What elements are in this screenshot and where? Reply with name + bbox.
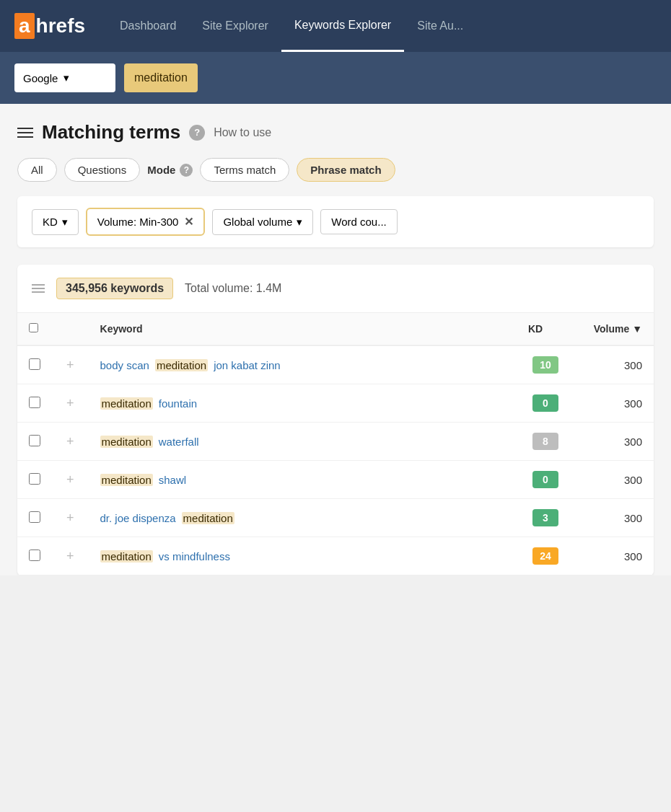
results-table-section: 345,956 keywords Total volume: 1.4M Keyw…	[17, 265, 654, 575]
volume-cell: 300	[574, 345, 654, 384]
volume-cell: 300	[574, 423, 654, 461]
table-row: +meditation waterfall8300	[17, 423, 654, 461]
tab-all[interactable]: All	[17, 158, 57, 182]
hamburger-icon[interactable]	[17, 128, 33, 138]
row-checkbox[interactable]	[29, 550, 40, 561]
logo: a hrefs	[14, 13, 85, 39]
keyword-cell: dr. joe dispenza meditation	[89, 499, 517, 537]
kd-column-header: KD	[517, 313, 574, 345]
add-button-cell: +	[52, 499, 89, 537]
keywords-count-badge: 345,956 keywords	[56, 278, 173, 299]
help-icon[interactable]: ?	[189, 125, 205, 141]
keywords-table: Keyword KD Volume ▼ +body scan meditatio…	[17, 313, 654, 575]
add-keyword-button[interactable]: +	[63, 511, 77, 526]
add-keyword-button[interactable]: +	[63, 434, 77, 449]
select-all-checkbox[interactable]	[29, 323, 38, 332]
kd-badge: 3	[532, 509, 558, 526]
keyword-highlight: meditation	[100, 436, 153, 448]
keyword-cell: meditation fountain	[89, 384, 517, 423]
how-to-use-link[interactable]: How to use	[214, 126, 271, 139]
keyword-link[interactable]: jon kabat zinn	[214, 359, 281, 371]
add-button-cell: +	[52, 423, 89, 461]
add-button-cell: +	[52, 461, 89, 499]
search-bar: Google ▾ meditation	[0, 52, 671, 104]
tab-questions[interactable]: Questions	[64, 158, 141, 182]
word-count-filter[interactable]: Word cou...	[320, 209, 397, 234]
keyword-highlight: meditation	[100, 397, 153, 410]
keyword-cell: meditation waterfall	[89, 423, 517, 461]
add-keyword-button[interactable]: +	[63, 472, 77, 487]
page-content: Matching terms ? How to use All Question…	[0, 104, 671, 575]
row-checkbox-cell	[17, 461, 52, 499]
keyword-highlight: meditation	[155, 359, 208, 371]
keyword-highlight: meditation	[100, 474, 153, 486]
add-keyword-button[interactable]: +	[63, 549, 77, 564]
row-checkbox[interactable]	[29, 473, 40, 485]
volume-filter[interactable]: Volume: Min-300 ✕	[86, 208, 206, 236]
chevron-down-icon: ▾	[63, 71, 69, 84]
volume-cell: 300	[574, 384, 654, 423]
add-keyword-button[interactable]: +	[63, 358, 77, 373]
row-checkbox-cell	[17, 537, 52, 575]
add-keyword-button[interactable]: +	[63, 396, 77, 411]
tab-phrase-match[interactable]: Phrase match	[297, 158, 395, 182]
keyword-link[interactable]: waterfall	[159, 436, 199, 448]
kd-cell: 24	[517, 537, 574, 575]
nav-site-explorer[interactable]: Site Explorer	[189, 0, 281, 52]
volume-cell: 300	[574, 499, 654, 537]
engine-label: Google	[23, 72, 58, 84]
nav-keywords-explorer[interactable]: Keywords Explorer	[281, 0, 404, 52]
row-checkbox-cell	[17, 499, 52, 537]
volume-cell: 300	[574, 461, 654, 499]
kd-badge: 10	[532, 356, 558, 374]
keyword-link[interactable]: fountain	[159, 397, 197, 410]
row-checkbox[interactable]	[29, 397, 40, 408]
volume-clear-icon[interactable]: ✕	[184, 215, 193, 229]
row-checkbox-cell	[17, 384, 52, 423]
drag-icon[interactable]	[32, 284, 45, 293]
keyword-column-header: Keyword	[89, 313, 517, 345]
mode-row: All Questions Mode ? Terms match Phrase …	[17, 158, 654, 182]
volume-cell: 300	[574, 537, 654, 575]
kd-cell: 0	[517, 461, 574, 499]
add-button-cell: +	[52, 537, 89, 575]
keyword-link[interactable]: shawl	[159, 474, 186, 486]
kd-badge: 0	[532, 394, 558, 412]
kd-badge: 8	[532, 433, 558, 450]
global-volume-label: Global volume	[223, 216, 292, 228]
main-nav: a hrefs Dashboard Site Explorer Keywords…	[0, 0, 671, 52]
page-title: Matching terms	[42, 121, 180, 144]
kd-chevron-icon: ▾	[62, 216, 68, 229]
keyword-link[interactable]: body scan	[100, 359, 149, 371]
nav-site-audit[interactable]: Site Au...	[404, 0, 476, 52]
row-checkbox[interactable]	[29, 358, 40, 370]
keyword-cell: body scan meditation jon kabat zinn	[89, 345, 517, 384]
keyword-highlight: meditation	[182, 512, 234, 524]
engine-select[interactable]: Google ▾	[14, 63, 115, 92]
table-row: +meditation shawl0300	[17, 461, 654, 499]
keyword-cell: meditation vs mindfulness	[89, 537, 517, 575]
keyword-link[interactable]: dr. joe dispenza	[100, 512, 176, 524]
volume-column-header[interactable]: Volume ▼	[574, 313, 654, 345]
global-volume-filter[interactable]: Global volume ▾	[212, 209, 313, 235]
kd-cell: 10	[517, 345, 574, 384]
filters-row: KD ▾ Volume: Min-300 ✕ Global volume ▾ W…	[17, 196, 654, 247]
tab-terms-match[interactable]: Terms match	[200, 158, 289, 182]
table-summary: 345,956 keywords Total volume: 1.4M	[17, 265, 654, 313]
nav-dashboard[interactable]: Dashboard	[107, 0, 189, 52]
mode-help-icon[interactable]: ?	[180, 164, 193, 177]
global-volume-chevron-icon: ▾	[297, 216, 302, 229]
keyword-link[interactable]: vs mindfulness	[159, 550, 230, 562]
row-checkbox[interactable]	[29, 511, 40, 523]
row-checkbox[interactable]	[29, 435, 40, 446]
add-col-header	[52, 313, 89, 345]
mode-label: Mode ?	[147, 164, 193, 177]
keyword-badge: meditation	[124, 63, 198, 92]
kd-badge: 0	[532, 471, 558, 488]
word-count-label: Word cou...	[331, 216, 386, 228]
logo-hrefs: hrefs	[36, 14, 85, 37]
kd-filter[interactable]: KD ▾	[32, 209, 79, 235]
page-header: Matching terms ? How to use	[17, 121, 654, 144]
row-checkbox-cell	[17, 423, 52, 461]
total-volume-text: Total volume: 1.4M	[185, 282, 281, 295]
